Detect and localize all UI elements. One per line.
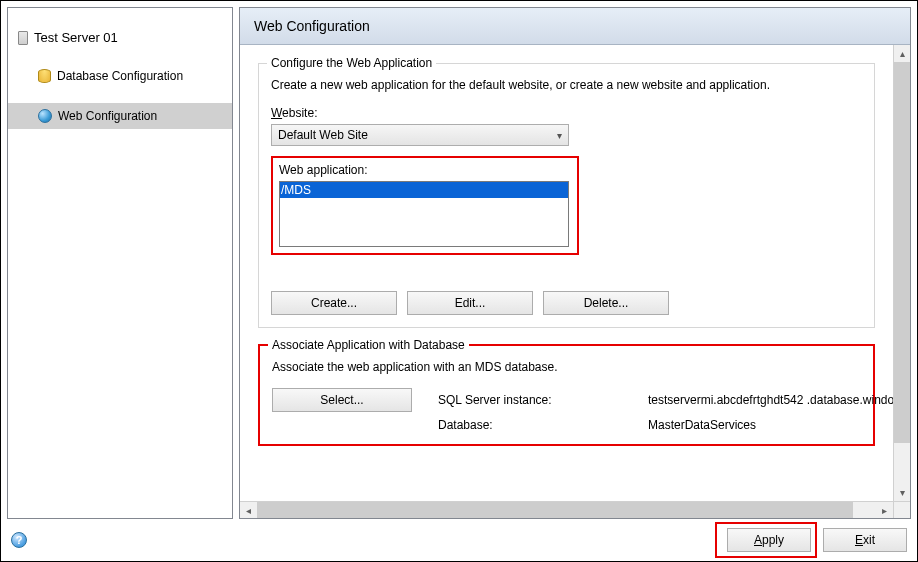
database-value: MasterDataServices [648,418,893,432]
server-name-label: Test Server 01 [34,30,118,45]
scroll-up-arrow[interactable]: ▴ [894,45,910,62]
configure-web-app-group: Configure the Web Application Create a n… [258,63,875,328]
help-icon[interactable]: ? [11,532,27,548]
scroll-right-arrow[interactable]: ▸ [876,502,893,518]
webapp-button-row: Create... Edit... Delete... [271,291,862,315]
group-legend: Configure the Web Application [267,56,436,70]
tree-node-server[interactable]: Test Server 01 [8,26,232,49]
delete-button[interactable]: Delete... [543,291,669,315]
content-body-wrap: Configure the Web Application Create a n… [240,45,910,501]
database-label: Database: [438,418,638,432]
content-panel: Web Configuration Configure the Web Appl… [239,7,911,519]
website-dropdown[interactable]: Default Web Site ▾ [271,124,569,146]
webapp-list-item[interactable]: /MDS [280,182,568,198]
scrollbar-corner [893,502,910,518]
sidebar-item-label: Database Configuration [57,69,183,83]
apply-highlight: Apply [715,522,817,558]
website-dropdown-value: Default Web Site [278,128,368,142]
exit-button[interactable]: Exit [823,528,907,552]
tree-node-db-config[interactable]: Database Configuration [8,63,232,89]
globe-icon [38,109,52,123]
scroll-down-arrow[interactable]: ▾ [894,484,910,501]
scroll-left-arrow[interactable]: ◂ [240,502,257,518]
tree-node-web-config[interactable]: Web Configuration [8,103,232,129]
associate-description: Associate the web application with an MD… [272,360,861,374]
scroll-thumb-horizontal[interactable] [257,502,853,518]
webapp-highlight: Web application: /MDS [271,156,579,255]
main-area: Test Server 01 Database Configuration We… [7,7,911,519]
horizontal-scrollbar[interactable]: ◂ ▸ [240,502,893,518]
configure-description: Create a new web application for the def… [271,78,862,92]
content-header: Web Configuration [240,8,910,45]
scroll-thumb-vertical[interactable] [894,62,910,443]
webapp-label: Web application: [279,163,571,177]
chevron-down-icon: ▾ [557,130,562,141]
sql-instance-value: testservermi.abcdefrtghdt542 .database.w… [648,393,893,407]
edit-button[interactable]: Edit... [407,291,533,315]
select-button[interactable]: Select... [272,388,412,412]
config-window: Test Server 01 Database Configuration We… [0,0,918,562]
apply-button[interactable]: Apply [727,528,811,552]
create-button[interactable]: Create... [271,291,397,315]
footer: ? Apply Exit [1,519,917,561]
horizontal-scrollbar-row: ◂ ▸ [240,501,910,518]
vertical-scrollbar[interactable]: ▴ ▾ [893,45,910,501]
website-label: Website: [271,106,862,120]
sql-instance-label: SQL Server instance: [438,393,638,407]
database-icon [38,69,51,83]
associate-grid: Select... SQL Server instance: testserve… [272,388,861,432]
server-icon [18,31,28,45]
content-body: Configure the Web Application Create a n… [240,45,893,501]
page-title: Web Configuration [254,18,370,34]
associate-db-group: Associate Application with Database Asso… [258,344,875,446]
sidebar: Test Server 01 Database Configuration We… [7,7,233,519]
group-legend: Associate Application with Database [268,338,469,352]
webapp-listbox[interactable]: /MDS [279,181,569,247]
sidebar-item-label: Web Configuration [58,109,157,123]
